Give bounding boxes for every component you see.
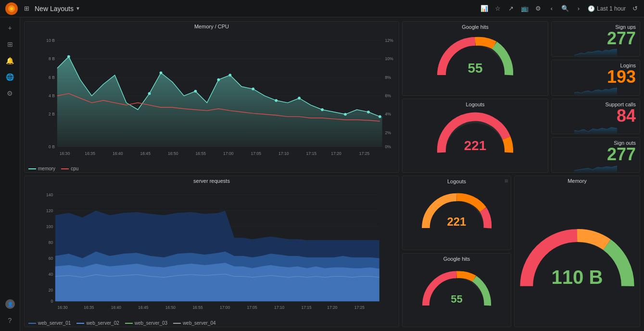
grid-icon[interactable]: ⊞: [22, 4, 31, 13]
topbar-actions: 📊 ☆ ↗ 📺 ⚙ ‹ 🔍 › 🕐 Last 1 hour ↺: [480, 4, 639, 13]
svg-text:17:10: 17:10: [278, 151, 289, 156]
clock-icon: 🕐: [588, 5, 595, 12]
legend-ws03-label: web_server_03: [135, 320, 167, 326]
sidebar-home[interactable]: ⊞: [3, 38, 17, 51]
google-hits-panel-1: Google hits 55: [402, 21, 548, 96]
svg-text:17:00: 17:00: [220, 305, 230, 310]
svg-point-42: [275, 99, 278, 102]
memory-title: Memory: [515, 176, 640, 185]
settings-icon[interactable]: ⚙: [534, 4, 543, 13]
legend-cpu: cpu: [61, 166, 78, 171]
svg-text:8%: 8%: [385, 75, 391, 80]
svg-point-41: [252, 88, 254, 90]
logouts-panel-2: Logouts ⊞ 221: [402, 176, 511, 250]
support-calls-value: 84: [552, 107, 640, 125]
google-hits-title-1: Google hits: [403, 24, 548, 30]
svg-text:2%: 2%: [385, 130, 391, 135]
svg-text:60: 60: [49, 256, 53, 261]
sidebar-profile[interactable]: 👤: [3, 297, 17, 311]
svg-point-45: [344, 113, 347, 116]
svg-text:0: 0: [51, 299, 53, 304]
svg-text:17:15: 17:15: [306, 151, 317, 156]
memory-cpu-panel: Memory / CPU 10 B 8 B 6 B 4 B 2 B: [24, 21, 399, 173]
logouts-title-1: Logouts: [403, 102, 548, 107]
sidebar: + ⊞ 🔔 🌐 ⚙ 👤 ?: [0, 17, 20, 331]
svg-text:16:55: 16:55: [192, 305, 202, 310]
svg-text:17:15: 17:15: [302, 305, 312, 310]
svg-point-37: [160, 71, 163, 74]
sidebar-explore[interactable]: 🌐: [3, 70, 17, 84]
svg-text:120: 120: [46, 208, 53, 213]
svg-text:16:30: 16:30: [60, 151, 70, 156]
svg-text:40: 40: [49, 272, 53, 277]
svg-text:17:25: 17:25: [354, 305, 365, 310]
sign-outs-value: 277: [552, 146, 640, 163]
search-icon[interactable]: 🔍: [561, 4, 569, 13]
server-requests-panel: server requests 140 120 100 80: [24, 176, 399, 327]
grafana-logo[interactable]: [5, 2, 18, 15]
svg-text:17:00: 17:00: [223, 151, 234, 156]
legend-ws03: web_server_03: [125, 320, 167, 326]
svg-text:16:30: 16:30: [58, 305, 68, 310]
svg-point-38: [194, 90, 197, 93]
svg-text:55: 55: [467, 61, 482, 76]
svg-text:140: 140: [46, 192, 53, 197]
legend-ws02: web_server_02: [76, 320, 119, 326]
title-caret[interactable]: ▼: [76, 6, 80, 11]
logins-value: 193: [552, 68, 640, 86]
svg-point-2: [10, 7, 13, 10]
dashboard-title: New Layouts ▼: [35, 5, 80, 13]
svg-text:16:55: 16:55: [195, 151, 206, 156]
google-hits-title-2: Google hits: [403, 256, 511, 262]
legend-ws04: web_server_04: [173, 320, 215, 326]
memory-panel: Memory 110 B: [514, 176, 640, 327]
svg-text:4%: 4%: [385, 112, 391, 116]
dashboard-icon[interactable]: 📊: [480, 4, 489, 13]
main-content: Memory / CPU 10 B 8 B 6 B 4 B 2 B: [20, 17, 644, 331]
svg-text:10 B: 10 B: [46, 38, 55, 43]
legend-ws04-label: web_server_04: [183, 320, 215, 326]
legend-ws01-label: web_server_01: [38, 320, 71, 326]
sidebar-settings[interactable]: ⚙: [3, 87, 17, 100]
legend-ws02-label: web_server_02: [86, 320, 119, 326]
sign-outs-panel: Sign outs 277: [551, 137, 640, 173]
star-icon[interactable]: ☆: [493, 4, 502, 13]
share-icon[interactable]: ↗: [507, 4, 516, 13]
time-range[interactable]: 🕐 Last 1 hour: [588, 5, 626, 12]
svg-text:17:25: 17:25: [359, 151, 370, 156]
legend-cpu-label: cpu: [71, 166, 78, 171]
svg-point-46: [367, 111, 370, 114]
svg-text:16:35: 16:35: [84, 305, 94, 310]
server-requests-legend: web_server_01 web_server_02 web_server_0…: [25, 319, 399, 327]
svg-text:16:50: 16:50: [165, 305, 176, 310]
sidebar-help[interactable]: ?: [3, 314, 17, 327]
support-calls-panel: Support calls 84: [551, 99, 640, 134]
svg-text:17:20: 17:20: [331, 151, 341, 156]
svg-text:20: 20: [49, 288, 53, 293]
sidebar-alerts[interactable]: 🔔: [3, 54, 17, 67]
chevron-right-icon[interactable]: ›: [574, 4, 583, 13]
refresh-icon[interactable]: ↺: [631, 4, 639, 13]
sidebar-add[interactable]: +: [3, 21, 17, 35]
tv-icon[interactable]: 📺: [520, 4, 529, 13]
svg-text:17:05: 17:05: [247, 305, 257, 310]
legend-ws01: web_server_01: [28, 320, 71, 326]
legend-memory: memory: [28, 166, 55, 171]
legend-memory-label: memory: [38, 166, 55, 171]
svg-text:16:35: 16:35: [85, 151, 95, 156]
svg-text:110 B: 110 B: [551, 266, 603, 288]
svg-text:6 B: 6 B: [49, 75, 55, 80]
svg-text:100: 100: [46, 224, 53, 229]
svg-text:4 B: 4 B: [49, 93, 55, 98]
svg-text:16:50: 16:50: [168, 151, 178, 156]
topbar: ⊞ New Layouts ▼ 📊 ☆ ↗ 📺 ⚙ ‹ 🔍 › 🕐 Last 1…: [0, 0, 644, 17]
svg-text:10%: 10%: [385, 56, 393, 61]
svg-text:17:20: 17:20: [327, 305, 337, 310]
svg-text:0 B: 0 B: [49, 144, 55, 149]
chevron-left-icon[interactable]: ‹: [547, 4, 556, 13]
logins-panel: Logins 193: [551, 60, 640, 95]
svg-point-36: [148, 92, 151, 95]
svg-text:6%: 6%: [385, 93, 391, 98]
svg-point-40: [228, 74, 231, 76]
svg-text:17:10: 17:10: [274, 305, 284, 310]
